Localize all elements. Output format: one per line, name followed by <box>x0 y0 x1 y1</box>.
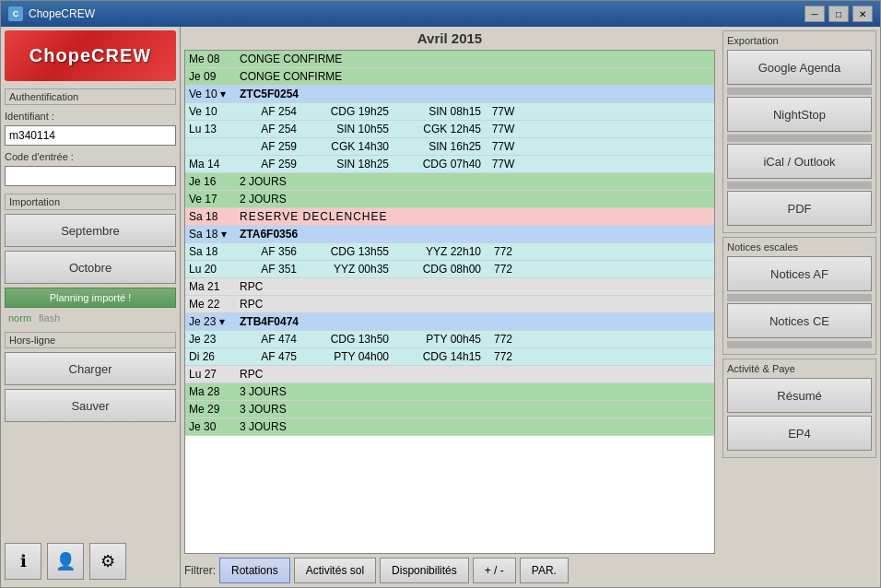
info-button[interactable]: ℹ <box>5 543 41 580</box>
table-row[interactable]: Je 30 3 JOURS <box>185 418 714 436</box>
schedule-table: Me 08 CONGE CONFIRME Je 09 CONGE CONFIRM… <box>185 51 714 436</box>
maximize-button[interactable]: □ <box>828 6 849 22</box>
table-row[interactable]: Ma 28 3 JOURS <box>185 383 714 401</box>
flight-num: AF 474 <box>236 331 300 348</box>
table-row[interactable]: Ve 17 2 JOURS <box>185 191 714 208</box>
close-button[interactable]: ✕ <box>852 6 873 22</box>
dep-info: YYZ 00h35 <box>300 261 393 278</box>
table-row[interactable]: Lu 20 AF 351 YYZ 00h35 CDG 08h00 772 <box>185 261 714 278</box>
gear-button[interactable]: ⚙ <box>89 543 126 580</box>
activites-filter-button[interactable]: Activités sol <box>294 558 376 583</box>
ep4-button[interactable]: EP4 <box>727 416 872 451</box>
content-cell: CONGE CONFIRME <box>236 68 714 86</box>
content-cell: 3 JOURS <box>236 383 714 401</box>
date-cell: Lu 13 <box>185 121 236 138</box>
id-input[interactable] <box>5 125 176 146</box>
table-row[interactable]: Ma 14 AF 259 SIN 18h25 CDG 07h40 77W <box>185 156 714 173</box>
schedule-scroll[interactable]: Me 08 CONGE CONFIRME Je 09 CONGE CONFIRM… <box>185 51 714 553</box>
notices-af-button[interactable]: Notices AF <box>727 256 872 291</box>
disponibilites-filter-button[interactable]: Disponibilités <box>380 558 469 583</box>
plusminus-filter-button[interactable]: + / - <box>473 558 516 583</box>
nightstop-progress <box>727 135 872 142</box>
table-row[interactable]: Je 16 2 JOURS <box>185 173 714 191</box>
extra <box>522 138 714 156</box>
content-cell: ZTB4F0474 <box>236 313 714 331</box>
extra <box>522 331 714 348</box>
sauver-button[interactable]: Sauver <box>5 389 176 422</box>
norm-flash-row: norm flash <box>5 312 176 324</box>
content-cell: CONGE CONFIRME <box>236 51 714 68</box>
flight-num: AF 351 <box>236 261 300 278</box>
date-cell: Sa 18 <box>185 208 236 226</box>
activite-section-label: Activité & Paye <box>727 363 872 374</box>
bottom-icon-row: ℹ 👤 ⚙ <box>5 539 176 583</box>
aircraft: 77W <box>485 121 522 138</box>
table-row[interactable]: Sa 18 RESERVE DECLENCHEE <box>185 208 714 226</box>
exportation-section: Exportation Google Agenda NightStop iCal… <box>722 30 876 233</box>
table-row[interactable]: Sa 18 ▾ ZTA6F0356 <box>185 226 714 243</box>
table-row[interactable]: Lu 27 RPC <box>185 366 714 383</box>
septembre-button[interactable]: Septembre <box>5 214 176 247</box>
importation-section-label: Importation <box>5 194 176 210</box>
flight-num: AF 254 <box>236 121 300 138</box>
hors-ligne-section-label: Hors-ligne <box>5 332 176 348</box>
table-row[interactable]: AF 259 CGK 14h30 SIN 16h25 77W <box>185 138 714 156</box>
date-cell <box>185 138 236 156</box>
par-filter-button[interactable]: PAR. <box>520 558 569 583</box>
google-progress <box>727 88 872 95</box>
arr-info: SIN 08h15 <box>393 103 485 121</box>
date-cell: Me 08 <box>185 51 236 68</box>
table-row[interactable]: Lu 13 AF 254 SIN 10h55 CGK 12h45 77W <box>185 121 714 138</box>
flight-num: AF 254 <box>236 103 300 121</box>
code-label: Code d'entrée : <box>5 151 176 162</box>
date-cell: Ve 10 <box>185 103 236 121</box>
content-cell: 3 JOURS <box>236 418 714 436</box>
app-icon: C <box>8 6 23 21</box>
table-row[interactable]: Ma 21 RPC <box>185 278 714 296</box>
code-input[interactable] <box>5 166 176 186</box>
date-cell: Di 26 <box>185 348 236 366</box>
dep-info: PTY 04h00 <box>300 348 393 366</box>
table-row[interactable]: Me 29 3 JOURS <box>185 401 714 418</box>
date-cell: Je 30 <box>185 418 236 436</box>
pdf-button[interactable]: PDF <box>727 191 872 226</box>
google-agenda-button[interactable]: Google Agenda <box>727 50 872 85</box>
table-row[interactable]: Je 23 AF 474 CDG 13h50 PTY 00h45 772 <box>185 331 714 348</box>
date-cell: Je 09 <box>185 68 236 86</box>
resume-button[interactable]: Résumé <box>727 378 872 413</box>
nightstop-button[interactable]: NightStop <box>727 97 872 132</box>
notices-section-label: Notices escales <box>727 241 872 253</box>
extra <box>522 348 714 366</box>
norm-label: norm <box>8 312 31 323</box>
id-label: Identifiant : <box>5 111 176 122</box>
table-row[interactable]: Sa 18 AF 356 CDG 13h55 YYZ 22h10 772 <box>185 243 714 261</box>
left-panel: ChopeCREW Authentification Identifiant :… <box>1 27 181 587</box>
table-row[interactable]: Je 23 ▾ ZTB4F0474 <box>185 313 714 331</box>
octobre-button[interactable]: Octobre <box>5 251 176 284</box>
table-row[interactable]: Me 08 CONGE CONFIRME <box>185 51 714 68</box>
content-cell: RPC <box>236 278 714 296</box>
user-button[interactable]: 👤 <box>47 543 84 580</box>
date-cell: Ma 21 <box>185 278 236 296</box>
table-row[interactable]: Ve 10 ▾ ZTC5F0254 <box>185 86 714 103</box>
charger-button[interactable]: Charger <box>5 352 176 385</box>
gear-icon: ⚙ <box>100 551 115 571</box>
arr-info: CDG 07h40 <box>393 156 485 173</box>
notices-af-progress <box>727 294 872 301</box>
notices-ce-button[interactable]: Notices CE <box>727 303 872 338</box>
table-row[interactable]: Ve 10 AF 254 CDG 19h25 SIN 08h15 77W <box>185 103 714 121</box>
date-cell: Me 22 <box>185 296 236 313</box>
arr-info: SIN 16h25 <box>393 138 485 156</box>
extra <box>522 121 714 138</box>
table-row[interactable]: Me 22 RPC <box>185 296 714 313</box>
arr-info: CDG 08h00 <box>393 261 485 278</box>
rotations-filter-button[interactable]: Rotations <box>219 558 290 583</box>
table-row[interactable]: Je 09 CONGE CONFIRME <box>185 68 714 86</box>
minimize-button[interactable]: ─ <box>805 6 825 22</box>
table-row[interactable]: Di 26 AF 475 PTY 04h00 CDG 14h15 772 <box>185 348 714 366</box>
ical-button[interactable]: iCal / Outlook <box>727 144 872 179</box>
right-panel: Exportation Google Agenda NightStop iCal… <box>719 27 880 587</box>
filter-label: Filtrer: <box>184 564 216 577</box>
content-cell: RPC <box>236 366 714 383</box>
dep-info: SIN 18h25 <box>300 156 393 173</box>
